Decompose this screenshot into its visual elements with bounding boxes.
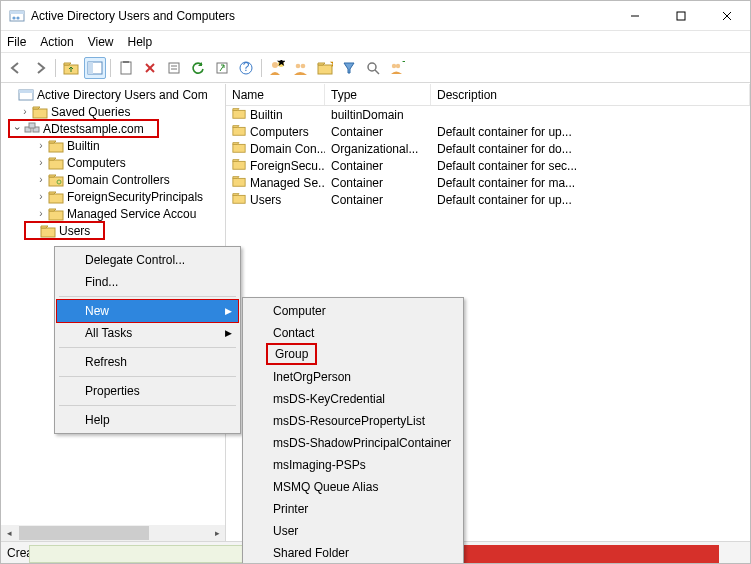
ctx-label: New [85, 304, 109, 318]
add-to-group-button[interactable]: + [386, 57, 408, 79]
col-header-type[interactable]: Type [325, 84, 431, 105]
tree-builtin[interactable]: › Builtin [1, 137, 225, 154]
refresh-button[interactable] [187, 57, 209, 79]
delete-button[interactable] [139, 57, 161, 79]
tree-saved-queries[interactable]: › Saved Queries [1, 103, 225, 120]
ctx-label: Group [275, 347, 308, 361]
help-button[interactable]: ? [235, 57, 257, 79]
menu-action[interactable]: Action [40, 35, 73, 49]
toolbar-separator [261, 59, 262, 77]
ctx-new-msmq[interactable]: MSMQ Queue Alias [245, 476, 461, 498]
back-button[interactable] [5, 57, 27, 79]
ctx-new-contact[interactable]: Contact [245, 322, 461, 344]
app-icon [9, 8, 25, 24]
ctx-new-msimaging[interactable]: msImaging-PSPs [245, 454, 461, 476]
ctx-find[interactable]: Find... [57, 271, 238, 293]
list-row[interactable]: UsersContainerDefault container for up..… [226, 191, 750, 208]
ctx-label: User [273, 524, 298, 538]
svg-point-31 [396, 63, 400, 67]
list-row[interactable]: Domain Con...Organizational...Default co… [226, 140, 750, 157]
ctx-new-printer[interactable]: Printer [245, 498, 461, 520]
ctx-new-inetorgperson[interactable]: InetOrgPerson [245, 366, 461, 388]
expand-icon[interactable]: › [35, 191, 47, 202]
filter-button[interactable] [338, 57, 360, 79]
ctx-label: Help [85, 413, 110, 427]
cut-button[interactable] [115, 57, 137, 79]
new-ou-button[interactable]: ★ [314, 57, 336, 79]
expand-icon[interactable]: › [19, 106, 31, 117]
col-header-name[interactable]: Name [226, 84, 325, 105]
ctx-new-user[interactable]: User [245, 520, 461, 542]
cell-name: Domain Con... [250, 142, 325, 156]
scrollbar-thumb[interactable] [19, 526, 149, 540]
properties-button[interactable] [163, 57, 185, 79]
tree-root[interactable]: Active Directory Users and Com [1, 86, 225, 103]
show-hide-tree-button[interactable] [84, 57, 106, 79]
tree-users[interactable]: Users [1, 222, 225, 239]
tree-label: ADtestsample.com [43, 122, 144, 136]
svg-rect-45 [41, 228, 55, 237]
list-row[interactable]: BuiltinbuiltinDomain [226, 106, 750, 123]
ctx-refresh[interactable]: Refresh [57, 351, 238, 373]
ctx-new[interactable]: New ▶ [57, 300, 238, 322]
list-header: Name Type Description [226, 84, 750, 106]
ctx-label: InetOrgPerson [273, 370, 351, 384]
list-row[interactable]: ComputersContainerDefault container for … [226, 123, 750, 140]
close-button[interactable] [704, 1, 750, 31]
ctx-help[interactable]: Help [57, 409, 238, 431]
svg-point-30 [392, 63, 396, 67]
window: Active Directory Users and Computers Fil… [0, 0, 751, 564]
tree-msa[interactable]: › Managed Service Accou [1, 205, 225, 222]
list-row[interactable]: Managed Se...ContainerDefault container … [226, 174, 750, 191]
cell-type: builtinDomain [325, 108, 431, 122]
ctx-delegate-control[interactable]: Delegate Control... [57, 249, 238, 271]
find-button[interactable] [362, 57, 384, 79]
tree-fsp[interactable]: › ForeignSecurityPrincipals [1, 188, 225, 205]
cell-type: Organizational... [325, 142, 431, 156]
scroll-right-icon[interactable]: ▸ [209, 525, 225, 541]
svg-rect-48 [233, 144, 245, 152]
svg-rect-15 [169, 63, 179, 73]
ctx-new-sharedfolder[interactable]: Shared Folder [245, 542, 461, 564]
tree-label: Saved Queries [51, 105, 130, 119]
domain-icon [24, 121, 40, 137]
list-row[interactable]: ForeignSecu...ContainerDefault container… [226, 157, 750, 174]
tree-scrollbar[interactable]: ◂ ▸ [1, 525, 225, 541]
menu-file[interactable]: File [7, 35, 26, 49]
minimize-button[interactable] [612, 1, 658, 31]
ctx-new-group[interactable]: Group Group [245, 344, 461, 366]
cell-desc: Default container for do... [431, 142, 750, 156]
folder-icon [232, 140, 246, 157]
ctx-new-computer[interactable]: Computer [245, 300, 461, 322]
collapse-icon[interactable]: › [12, 123, 23, 135]
expand-icon[interactable]: › [35, 208, 47, 219]
cell-name: Computers [250, 125, 309, 139]
ctx-new-resourcepropertylist[interactable]: msDS-ResourcePropertyList [245, 410, 461, 432]
svg-rect-5 [677, 12, 685, 20]
up-folder-button[interactable] [60, 57, 82, 79]
forward-button[interactable] [29, 57, 51, 79]
menu-help[interactable]: Help [128, 35, 153, 49]
col-header-desc[interactable]: Description [431, 84, 750, 105]
maximize-button[interactable] [658, 1, 704, 31]
tree-domain-controllers[interactable]: › Domain Controllers [1, 171, 225, 188]
tree-computers[interactable]: › Computers [1, 154, 225, 171]
svg-point-25 [301, 63, 306, 68]
new-user-button[interactable]: ★ [266, 57, 288, 79]
menu-view[interactable]: View [88, 35, 114, 49]
ctx-all-tasks[interactable]: All Tasks▶ [57, 322, 238, 344]
expand-icon[interactable]: › [35, 174, 47, 185]
ctx-new-shadowprincipal[interactable]: msDS-ShadowPrincipalContainer [245, 432, 461, 454]
ctx-properties[interactable]: Properties [57, 380, 238, 402]
export-button[interactable] [211, 57, 233, 79]
ctx-new-keycredential[interactable]: msDS-KeyCredential [245, 388, 461, 410]
expand-icon[interactable]: › [35, 157, 47, 168]
new-group-button[interactable] [290, 57, 312, 79]
scroll-left-icon[interactable]: ◂ [1, 525, 17, 541]
tree-label: Computers [67, 156, 126, 170]
expand-icon[interactable]: › [35, 140, 47, 151]
tree-domain[interactable]: › ADtestsample.com [1, 120, 225, 137]
svg-rect-35 [33, 109, 47, 118]
svg-rect-49 [233, 161, 245, 169]
folder-icon [48, 206, 64, 222]
